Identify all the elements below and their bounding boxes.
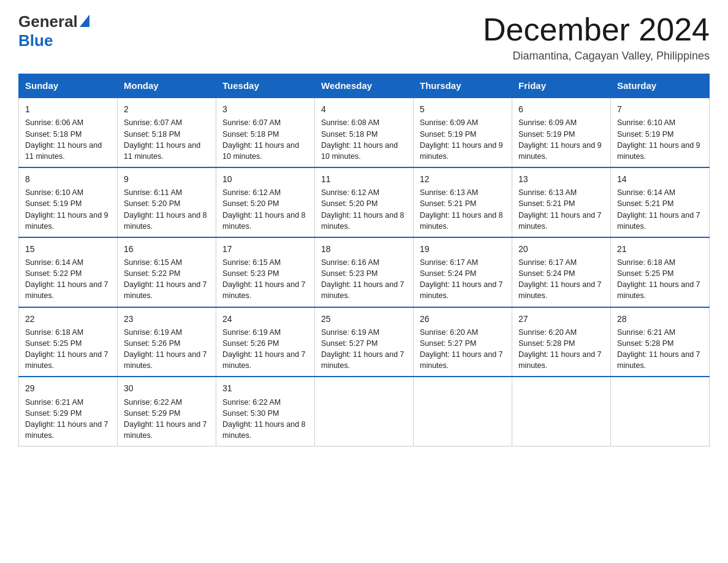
daylight-text: Daylight: 11 hours and 10 minutes.	[222, 141, 299, 161]
day-number: 27	[518, 313, 604, 325]
daylight-text: Daylight: 11 hours and 7 minutes.	[124, 280, 207, 300]
daylight-text: Daylight: 11 hours and 7 minutes.	[321, 350, 404, 370]
sunrise-text: Sunrise: 6:21 AM	[25, 398, 83, 407]
page-header: General Blue December 2024 Diamantina, C…	[18, 12, 710, 63]
sunset-text: Sunset: 5:18 PM	[321, 130, 377, 139]
sunrise-text: Sunrise: 6:14 AM	[617, 188, 675, 197]
calendar-week-row: 8 Sunrise: 6:10 AM Sunset: 5:19 PM Dayli…	[19, 167, 710, 237]
col-friday: Friday	[512, 74, 611, 98]
day-number: 25	[321, 313, 407, 325]
sunset-text: Sunset: 5:21 PM	[617, 199, 673, 208]
daylight-text: Daylight: 11 hours and 7 minutes.	[518, 211, 602, 231]
sunset-text: Sunset: 5:19 PM	[617, 130, 673, 139]
sunset-text: Sunset: 5:21 PM	[420, 199, 476, 208]
col-tuesday: Tuesday	[216, 74, 315, 98]
daylight-text: Daylight: 11 hours and 7 minutes.	[25, 280, 108, 300]
sunset-text: Sunset: 5:20 PM	[222, 199, 279, 208]
day-number: 13	[518, 173, 604, 185]
table-row: 26 Sunrise: 6:20 AM Sunset: 5:27 PM Dayl…	[414, 307, 512, 377]
table-row: 3 Sunrise: 6:07 AM Sunset: 5:18 PM Dayli…	[216, 98, 315, 167]
table-row: 20 Sunrise: 6:17 AM Sunset: 5:24 PM Dayl…	[512, 237, 611, 307]
table-row	[512, 377, 611, 446]
day-number: 28	[617, 313, 703, 325]
daylight-text: Daylight: 11 hours and 7 minutes.	[124, 420, 207, 440]
daylight-text: Daylight: 11 hours and 9 minutes.	[25, 211, 108, 231]
calendar-week-row: 29 Sunrise: 6:21 AM Sunset: 5:29 PM Dayl…	[19, 377, 710, 446]
day-number: 3	[222, 103, 308, 115]
table-row: 23 Sunrise: 6:19 AM Sunset: 5:26 PM Dayl…	[118, 307, 216, 377]
sunrise-text: Sunrise: 6:21 AM	[617, 328, 675, 337]
sunrise-text: Sunrise: 6:12 AM	[321, 188, 379, 197]
sunrise-text: Sunrise: 6:22 AM	[124, 398, 182, 407]
table-row: 10 Sunrise: 6:12 AM Sunset: 5:20 PM Dayl…	[216, 167, 315, 237]
day-number: 6	[518, 103, 604, 115]
sunset-text: Sunset: 5:19 PM	[25, 199, 82, 208]
daylight-text: Daylight: 11 hours and 7 minutes.	[617, 280, 700, 300]
sunrise-text: Sunrise: 6:08 AM	[321, 118, 379, 127]
sunset-text: Sunset: 5:27 PM	[420, 339, 476, 348]
daylight-text: Daylight: 11 hours and 7 minutes.	[124, 350, 207, 370]
sunset-text: Sunset: 5:25 PM	[617, 269, 673, 278]
sunrise-text: Sunrise: 6:10 AM	[617, 118, 675, 127]
table-row: 25 Sunrise: 6:19 AM Sunset: 5:27 PM Dayl…	[315, 307, 414, 377]
sunrise-text: Sunrise: 6:19 AM	[321, 328, 379, 337]
sunrise-text: Sunrise: 6:18 AM	[617, 258, 675, 267]
sunset-text: Sunset: 5:29 PM	[25, 409, 82, 418]
day-number: 22	[25, 313, 111, 325]
sunrise-text: Sunrise: 6:13 AM	[518, 188, 577, 197]
calendar-week-row: 22 Sunrise: 6:18 AM Sunset: 5:25 PM Dayl…	[19, 307, 710, 377]
daylight-text: Daylight: 11 hours and 7 minutes.	[420, 280, 503, 300]
daylight-text: Daylight: 11 hours and 7 minutes.	[617, 350, 700, 370]
day-number: 29	[25, 382, 111, 394]
table-row: 28 Sunrise: 6:21 AM Sunset: 5:28 PM Dayl…	[611, 307, 710, 377]
day-number: 5	[420, 103, 506, 115]
month-title: December 2024	[483, 12, 710, 47]
day-number: 26	[420, 313, 506, 325]
day-number: 14	[617, 173, 703, 185]
table-row: 9 Sunrise: 6:11 AM Sunset: 5:20 PM Dayli…	[118, 167, 216, 237]
day-number: 20	[518, 243, 604, 255]
daylight-text: Daylight: 11 hours and 7 minutes.	[25, 420, 108, 440]
daylight-text: Daylight: 11 hours and 7 minutes.	[518, 280, 602, 300]
sunset-text: Sunset: 5:18 PM	[25, 130, 82, 139]
daylight-text: Daylight: 11 hours and 8 minutes.	[124, 211, 207, 231]
sunrise-text: Sunrise: 6:10 AM	[25, 188, 83, 197]
day-number: 23	[124, 313, 210, 325]
day-number: 1	[25, 103, 111, 115]
day-number: 18	[321, 243, 407, 255]
daylight-text: Daylight: 11 hours and 7 minutes.	[420, 350, 503, 370]
sunrise-text: Sunrise: 6:09 AM	[420, 118, 478, 127]
daylight-text: Daylight: 11 hours and 7 minutes.	[617, 211, 700, 231]
daylight-text: Daylight: 11 hours and 9 minutes.	[420, 141, 503, 161]
sunset-text: Sunset: 5:28 PM	[518, 339, 575, 348]
sunset-text: Sunset: 5:21 PM	[518, 199, 575, 208]
sunrise-text: Sunrise: 6:22 AM	[222, 398, 281, 407]
table-row: 24 Sunrise: 6:19 AM Sunset: 5:26 PM Dayl…	[216, 307, 315, 377]
day-number: 10	[222, 173, 308, 185]
table-row: 12 Sunrise: 6:13 AM Sunset: 5:21 PM Dayl…	[414, 167, 512, 237]
sunset-text: Sunset: 5:19 PM	[420, 130, 476, 139]
daylight-text: Daylight: 11 hours and 8 minutes.	[222, 211, 306, 231]
table-row	[315, 377, 414, 446]
day-number: 4	[321, 103, 407, 115]
table-row: 29 Sunrise: 6:21 AM Sunset: 5:29 PM Dayl…	[19, 377, 118, 446]
table-row: 4 Sunrise: 6:08 AM Sunset: 5:18 PM Dayli…	[315, 98, 414, 167]
daylight-text: Daylight: 11 hours and 8 minutes.	[420, 211, 503, 231]
sunrise-text: Sunrise: 6:12 AM	[222, 188, 281, 197]
table-row: 8 Sunrise: 6:10 AM Sunset: 5:19 PM Dayli…	[19, 167, 118, 237]
day-number: 12	[420, 173, 506, 185]
daylight-text: Daylight: 11 hours and 7 minutes.	[518, 350, 602, 370]
day-number: 17	[222, 243, 308, 255]
sunset-text: Sunset: 5:20 PM	[124, 199, 180, 208]
sunrise-text: Sunrise: 6:19 AM	[124, 328, 182, 337]
sunrise-text: Sunrise: 6:17 AM	[518, 258, 577, 267]
col-wednesday: Wednesday	[315, 74, 414, 98]
sunset-text: Sunset: 5:22 PM	[25, 269, 82, 278]
table-row: 18 Sunrise: 6:16 AM Sunset: 5:23 PM Dayl…	[315, 237, 414, 307]
sunset-text: Sunset: 5:18 PM	[124, 130, 180, 139]
sunrise-text: Sunrise: 6:14 AM	[25, 258, 83, 267]
logo: General Blue	[18, 12, 89, 50]
col-thursday: Thursday	[414, 74, 512, 98]
sunset-text: Sunset: 5:24 PM	[420, 269, 476, 278]
day-number: 21	[617, 243, 703, 255]
